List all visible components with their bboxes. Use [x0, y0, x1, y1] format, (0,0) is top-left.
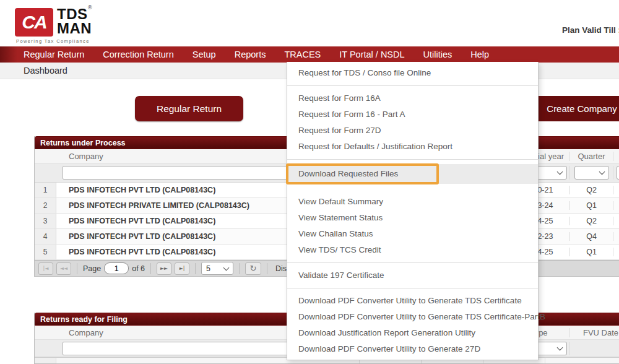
pager-divider [77, 263, 77, 274]
menu-item-download-requested-files[interactable]: Download Requested Files [287, 164, 538, 184]
menu-divider [287, 85, 538, 86]
row-number: 3 [35, 214, 56, 228]
menu-divider [287, 288, 538, 288]
logo-tagline: Powering Tax Compliance [16, 38, 90, 44]
menu-item-request-form-16a[interactable]: Request for Form 16A [287, 90, 538, 106]
menu-item-request-form-27d[interactable]: Request for Form 27D [287, 123, 538, 139]
cell [545, 358, 619, 363]
refresh-icon[interactable]: ↻ [245, 262, 261, 275]
previous-page-button[interactable]: ◄◄ [56, 262, 71, 275]
regular-return-button[interactable]: Regular Return [135, 96, 243, 121]
ca-logo-icon: CA [15, 8, 53, 37]
menu-item-view-challan-status[interactable]: View Challan Status [287, 226, 538, 242]
next-page-button[interactable]: ►► [157, 262, 171, 275]
breadcrumb: Dashboard [24, 66, 67, 76]
menu-item-download-pdf-converter-27d[interactable]: Download PDF Converter Utility to Genera… [287, 341, 538, 357]
nav-regular-return[interactable]: Regular Return [24, 50, 84, 59]
menu-item-request-conso-file[interactable]: Request for TDS / Conso file Online [287, 65, 538, 81]
extra-filter-select[interactable] [617, 166, 619, 180]
quarter-column-header: Quarter [570, 152, 613, 161]
menu-item-view-statement-status[interactable]: View Statement Status [287, 210, 538, 226]
menu-item-request-form-16-part-a[interactable]: Request for Form 16 - Part A [287, 106, 538, 123]
page-size-select[interactable]: 5 [201, 262, 233, 275]
logo-text: TDSMAN [57, 7, 92, 35]
plan-valid-label: Plan Valid Till : [562, 25, 619, 35]
quarter-cell: Q4 [570, 232, 613, 241]
menu-item-label: Download Requested Files [298, 169, 398, 178]
chevron-down-icon [223, 264, 230, 271]
menu-divider [287, 159, 538, 160]
row-number: 4 [35, 229, 56, 244]
menu-item-download-pdf-converter-tds-certificate[interactable]: Download PDF Converter Utility to Genera… [287, 293, 538, 309]
quarter-cell: Q1 [570, 248, 613, 256]
app-header: CA TDSMAN ® Powering Tax Compliance Plan… [0, 0, 619, 46]
menu-item-request-defaults-justification[interactable]: Request for Defaults / Justification Rep… [287, 139, 538, 155]
quarter-cell: Q2 [570, 217, 613, 225]
page-number-input[interactable] [104, 262, 129, 274]
chevron-down-icon [599, 169, 605, 175]
row-number: 2 [35, 198, 56, 213]
tdsman-logo: CA TDSMAN ® Powering Tax Compliance [15, 7, 114, 43]
nav-utilities[interactable]: Utilities [423, 50, 452, 59]
chevron-down-icon [556, 169, 563, 175]
row-number: 5 [35, 245, 56, 259]
chevron-down-icon [556, 344, 563, 350]
fvu-date-column-header: FVU Date [570, 328, 619, 337]
menu-item-view-default-summary[interactable]: View Default Summary [287, 194, 538, 210]
row-number: 1 [35, 183, 56, 197]
nav-it-portal-nsdl[interactable]: IT Portal / NSDL [339, 50, 404, 59]
menu-item-download-justification-report-utility[interactable]: Download Justification Report Generation… [287, 325, 538, 341]
nav-traces[interactable]: TRACES [284, 50, 321, 59]
nav-help[interactable]: Help [470, 50, 489, 59]
pager-divider [195, 263, 196, 274]
create-company-button[interactable]: Create Company [532, 96, 619, 121]
menu-divider [287, 262, 538, 263]
menu-item-validate-197-certificate[interactable]: Validate 197 Certificate [287, 267, 538, 284]
quarter-cell: Q1 [570, 201, 613, 210]
nav-correction-return[interactable]: Correction Return [103, 50, 173, 59]
page-count-label: of 6 [132, 264, 145, 273]
pager-divider [150, 263, 151, 274]
first-page-button[interactable]: |◄ [38, 262, 53, 275]
nav-setup[interactable]: Setup [193, 50, 216, 59]
quarter-cell: Q2 [570, 186, 613, 194]
row-number [35, 358, 56, 363]
page-size-value: 5 [206, 264, 210, 273]
registered-mark: ® [88, 4, 92, 11]
page-label: Page [83, 264, 101, 273]
logo-line2: MAN [57, 20, 92, 37]
pager-divider [267, 263, 267, 274]
nav-reports[interactable]: Reports [235, 50, 266, 59]
main-menu-bar: Regular Return Correction Return Setup R… [0, 46, 619, 63]
quarter-filter-select[interactable] [574, 166, 609, 180]
menu-item-view-tds-tcs-credit[interactable]: View TDS/ TCS Credit [287, 242, 538, 258]
pager-divider [239, 263, 240, 274]
last-page-button[interactable]: ►| [175, 262, 189, 275]
menu-item-download-pdf-converter-tds-certificate-partb[interactable]: Download PDF Converter Utility to Genera… [287, 309, 538, 325]
traces-dropdown-menu: Request for TDS / Conso file Online Requ… [287, 62, 539, 360]
